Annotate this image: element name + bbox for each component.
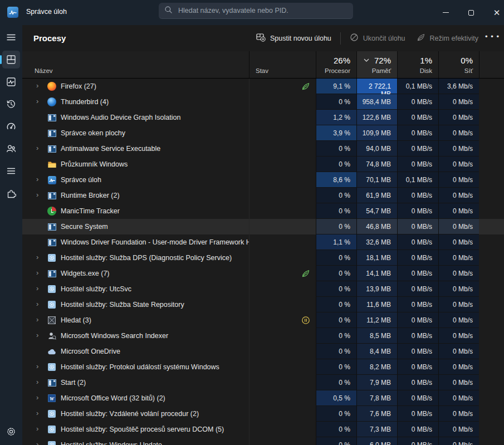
process-row[interactable]: ›Hostitel služby: Windows Update0 %6,0 M… xyxy=(22,437,504,445)
status-cell xyxy=(249,281,316,297)
process-name: Průzkumník Windows xyxy=(61,160,128,168)
efficiency-mode-button[interactable]: Režim efektivity xyxy=(411,30,485,47)
expand-chevron-icon[interactable]: › xyxy=(36,81,38,90)
process-row[interactable]: ›Runtime Broker (2)0 %61,9 MB0 MB/s0 Mb/… xyxy=(22,188,504,203)
expand-chevron-icon[interactable]: › xyxy=(36,190,38,199)
sidebar-item-services[interactable] xyxy=(2,184,20,202)
close-button[interactable]: ✕ xyxy=(484,0,504,25)
status-leaf-icon xyxy=(301,83,310,92)
column-header-name[interactable]: Název xyxy=(22,51,249,78)
process-row[interactable]: Microsoft OneDrive0 %8,4 MB0 MB/s0 Mb/s xyxy=(22,344,504,359)
maximize-button[interactable] xyxy=(458,0,484,25)
sidebar-item-app-history[interactable] xyxy=(2,95,20,113)
disk-cell: 0 MB/s xyxy=(397,250,438,266)
process-row[interactable]: ›Hostitel služby: Služba DPS (Diagnostic… xyxy=(22,250,504,266)
expand-chevron-icon[interactable]: › xyxy=(36,331,38,339)
process-name: Hostitel služby: Protokol událostí systé… xyxy=(61,363,219,371)
sidebar-item-processes[interactable] xyxy=(2,51,20,69)
process-row[interactable]: ›Microsoft Windows Search Indexer0 %8,5 … xyxy=(22,328,504,344)
end-task-button[interactable]: Ukončit úlohu xyxy=(344,30,411,47)
process-row[interactable]: Průzkumník Windows0 %74,8 MB0 MB/s0 Mb/s xyxy=(22,157,504,172)
column-header-network[interactable]: 0% Síť xyxy=(438,51,479,78)
process-row[interactable]: Správce oken plochy3,9 %109,9 MB0 MB/s0 … xyxy=(22,125,504,141)
process-row[interactable]: ›Hostitel služby: Spouštěč procesů serve… xyxy=(22,422,504,437)
network-cell: 0 Mb/s xyxy=(438,219,479,234)
column-header-memory[interactable]: 72% Paměť xyxy=(356,51,397,78)
process-name: Hostitel služby: Vzdálené volání procedu… xyxy=(61,410,199,418)
sidebar-item-details[interactable] xyxy=(2,162,20,180)
network-cell: 0 Mb/s xyxy=(438,157,479,172)
memory-cell: 11,6 MB xyxy=(356,297,397,312)
process-row[interactable]: ›Hostitel služby: Vzdálené volání proced… xyxy=(22,406,504,422)
status-cell xyxy=(249,250,316,266)
process-icon-gear xyxy=(47,425,56,434)
process-row[interactable]: ›Hostitel služby: Služba State Repositor… xyxy=(22,297,504,312)
expand-chevron-icon[interactable]: › xyxy=(36,268,38,277)
status-cell xyxy=(249,297,316,312)
disk-cell: 0 MB/s xyxy=(397,281,438,297)
process-icon-window xyxy=(47,113,56,122)
disk-cell: 0 MB/s xyxy=(397,219,438,234)
network-cell: 0 Mb/s xyxy=(438,390,479,406)
process-row[interactable]: ›Správce úloh8,6 %70,1 MB0,1 MB/s0 Mb/s xyxy=(22,172,504,188)
row-filler xyxy=(479,281,504,297)
expand-chevron-icon[interactable]: › xyxy=(36,284,38,292)
expand-chevron-icon[interactable]: › xyxy=(36,424,38,433)
disk-cell: 0,1 MB/s xyxy=(397,172,438,188)
disk-cell: 0 MB/s xyxy=(397,359,438,375)
expand-chevron-icon[interactable]: › xyxy=(36,300,38,308)
row-filler xyxy=(479,266,504,281)
process-row[interactable]: ›Hostitel služby: UtcSvc0 %13,9 MB0 MB/s… xyxy=(22,281,504,297)
more-options-button[interactable]: • • • xyxy=(484,32,501,44)
disk-cell: 0 MB/s xyxy=(397,422,438,437)
process-row[interactable]: Windows Driver Foundation - User-mode Dr… xyxy=(22,234,504,250)
process-row[interactable]: Secure System0 %46,8 MB0 MB/s0 Mb/s xyxy=(22,219,504,234)
minimize-button[interactable] xyxy=(433,0,458,25)
expand-chevron-icon[interactable]: › xyxy=(36,409,38,417)
sidebar-item-performance[interactable] xyxy=(2,73,20,91)
column-header-status[interactable]: Stav xyxy=(249,51,316,78)
process-name-cell: ›Hostitel služby: Služba DPS (Diagnostic… xyxy=(22,250,249,266)
search-box[interactable] xyxy=(159,3,353,19)
process-row[interactable]: ›Antimalware Service Executable0 %94,0 M… xyxy=(22,141,504,157)
row-filler xyxy=(479,390,504,406)
column-header-disk[interactable]: 1% Disk xyxy=(397,51,438,78)
new-task-icon xyxy=(256,33,266,43)
row-filler xyxy=(479,110,504,125)
expand-chevron-icon[interactable]: › xyxy=(36,362,38,370)
process-row[interactable]: ›Start (2)0 %7,9 MB0 MB/s0 Mb/s xyxy=(22,375,504,390)
process-row[interactable]: ›Hostitel služby: Protokol událostí syst… xyxy=(22,359,504,375)
column-header-cpu[interactable]: 26% Procesor xyxy=(316,51,356,78)
search-input[interactable] xyxy=(178,7,348,14)
sidebar-item-startup-apps[interactable] xyxy=(2,118,20,135)
run-new-task-button[interactable]: Spustit novou úlohu xyxy=(251,30,337,47)
expand-chevron-icon[interactable]: › xyxy=(36,175,38,183)
process-row[interactable]: ›WMicrosoft Office Word (32 bitů) (2)0,5… xyxy=(22,390,504,406)
process-row[interactable]: ›Hledat (3)0 %11,2 MB0 MB/s0 Mb/s xyxy=(22,312,504,328)
sidebar-item-menu[interactable] xyxy=(2,28,20,46)
expand-chevron-icon[interactable]: › xyxy=(36,253,38,261)
disk-cell: 0 MB/s xyxy=(397,203,438,219)
expand-chevron-icon[interactable]: › xyxy=(36,144,38,152)
process-name: Start (2) xyxy=(61,379,86,387)
sidebar-item-users[interactable] xyxy=(2,140,20,158)
disk-cell: 0 MB/s xyxy=(397,390,438,406)
details-icon xyxy=(6,166,16,176)
expand-chevron-icon[interactable]: › xyxy=(36,393,38,402)
process-row[interactable]: ›Widgets.exe (7)0 %14,1 MB0 MB/s0 Mb/s xyxy=(22,266,504,281)
process-row[interactable]: ›Thunderbird (4)0 %958,4 MB0 MB/s0 Mb/s xyxy=(22,94,504,110)
process-row[interactable]: ›Firefox (27)9,1 %2 722,1 MB0,1 MB/s3,6 … xyxy=(22,79,504,94)
process-row[interactable]: ManicTime Tracker0 %54,7 MB0 MB/s0 Mb/s xyxy=(22,203,504,219)
disk-total-percent: 1% xyxy=(420,56,432,65)
process-row[interactable]: Windows Audio Device Graph Isolation1,2 … xyxy=(22,110,504,125)
expand-chevron-icon[interactable]: › xyxy=(36,315,38,324)
maximize-icon xyxy=(468,10,474,16)
expand-chevron-icon[interactable]: › xyxy=(36,378,38,386)
network-cell: 0 Mb/s xyxy=(438,406,479,422)
network-cell: 0 Mb/s xyxy=(438,359,479,375)
expand-chevron-icon[interactable]: › xyxy=(36,440,38,445)
expand-chevron-icon[interactable]: › xyxy=(36,97,38,105)
memory-cell: 958,4 MB xyxy=(356,94,397,110)
memory-cell: 7,8 MB xyxy=(356,390,397,406)
sidebar-item-settings[interactable] xyxy=(2,423,20,441)
